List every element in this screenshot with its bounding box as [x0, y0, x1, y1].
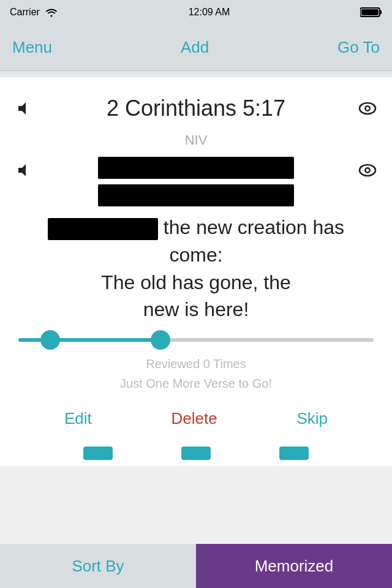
nav-bar: Menu Add Go To: [0, 24, 392, 71]
memorized-tab[interactable]: Memorized: [196, 544, 392, 588]
speaker-icon-top[interactable]: [12, 96, 37, 121]
svg-marker-7: [18, 164, 26, 176]
section-divider: [0, 71, 392, 77]
skip-button[interactable]: Skip: [297, 409, 328, 428]
bottom-tab-bar: Sort By Memorized: [0, 544, 392, 588]
battery-icon: [360, 7, 382, 18]
page-dot-1: [83, 447, 113, 460]
verse-text-row: the new creation has come:The old has go…: [0, 154, 392, 323]
main-content: 2 Corinthians 5:17 NIV the: [0, 77, 392, 466]
svg-rect-2: [361, 9, 379, 15]
progress-slider[interactable]: [0, 323, 392, 348]
svg-marker-3: [18, 102, 26, 115]
verse-visible-text: the new creation has come:The old has go…: [48, 216, 344, 320]
slider-thumb-2[interactable]: [151, 330, 170, 350]
speaker-icon-verse[interactable]: [12, 158, 37, 183]
add-button[interactable]: Add: [181, 38, 209, 57]
delete-button[interactable]: Delete: [172, 409, 217, 428]
redacted-text-2: [98, 184, 294, 206]
svg-rect-1: [380, 10, 382, 14]
edit-button[interactable]: Edit: [64, 409, 92, 428]
svg-point-6: [366, 107, 369, 110]
eye-icon-top[interactable]: [355, 96, 380, 121]
status-bar: Carrier 12:09 AM: [0, 0, 392, 24]
verse-text: the new creation has come:The old has go…: [37, 154, 355, 323]
action-buttons: Edit Delete Skip: [0, 403, 392, 440]
slider-fill: [18, 338, 160, 342]
review-info: Reviewed 0 Times Just One More Verse to …: [0, 354, 392, 393]
verse-reference: 2 Corinthians 5:17: [37, 96, 355, 121]
page-dot-2: [181, 447, 211, 460]
progress-label: Just One More Verse to Go!: [0, 374, 392, 393]
wifi-icon: [45, 7, 58, 17]
pagination-dots: [0, 440, 392, 466]
slider-track: [18, 338, 374, 342]
sort-by-tab[interactable]: Sort By: [0, 544, 196, 588]
carrier-label: Carrier: [10, 7, 40, 18]
reviewed-times: Reviewed 0 Times: [0, 354, 392, 374]
page-dot-3: [279, 447, 309, 460]
redacted-text-1: [98, 157, 294, 179]
verse-header: 2 Corinthians 5:17: [0, 89, 392, 127]
eye-icon-verse[interactable]: [355, 158, 380, 183]
redacted-text-3: [48, 218, 158, 240]
slider-thumb-1[interactable]: [40, 330, 60, 350]
svg-point-10: [366, 169, 369, 172]
status-carrier-wifi: Carrier: [10, 7, 58, 18]
status-time: 12:09 AM: [189, 7, 230, 18]
version-label: NIV: [0, 132, 392, 148]
menu-button[interactable]: Menu: [12, 38, 52, 57]
goto-button[interactable]: Go To: [337, 38, 380, 57]
